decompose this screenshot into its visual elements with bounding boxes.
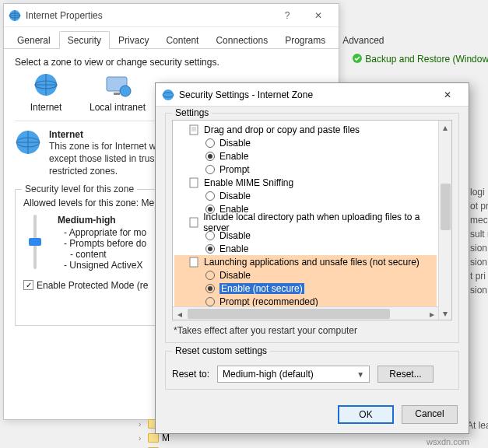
fieldset-legend: Settings: [172, 107, 212, 118]
folder-icon: [148, 433, 159, 443]
scroll-down-icon[interactable]: ▾: [439, 306, 451, 320]
tree-option[interactable]: Disable: [174, 268, 437, 282]
bg-fragment: sion: [470, 285, 487, 296]
security-settings-window: Security Settings - Internet Zone ✕ Sett…: [155, 82, 469, 434]
bg-fragment: At lea: [467, 420, 488, 431]
zone-instruction: Select a zone to view or change security…: [15, 57, 328, 68]
horizontal-scrollbar[interactable]: ◂ ▸: [173, 306, 438, 320]
level-bullet: Appropriate for mo: [64, 227, 146, 238]
tree-option[interactable]: Prompt: [174, 163, 437, 176]
radio-icon: [205, 165, 215, 174]
settings-tree: Drag and drop or copy and paste files Di…: [172, 120, 452, 320]
reset-button[interactable]: Reset...: [377, 366, 434, 383]
ss-titlebar[interactable]: Security Settings - Internet Zone ✕: [156, 83, 469, 107]
folder-item[interactable]: ›O: [139, 445, 193, 448]
svg-rect-15: [190, 257, 198, 267]
watermark: wsxdn.com: [427, 437, 469, 446]
radio-icon: [205, 284, 215, 293]
scrollbar-thumb[interactable]: [441, 184, 451, 230]
zone-label: Local intranet: [86, 102, 149, 113]
svg-point-10: [163, 89, 174, 100]
tab-connections[interactable]: Connections: [207, 31, 276, 49]
chevron-right-icon: ›: [139, 420, 145, 429]
zone-desc-line: except those listed in trus: [49, 152, 156, 165]
scroll-up-icon[interactable]: ▴: [439, 121, 451, 134]
bg-fragment: sion: [470, 243, 487, 254]
slider-thumb[interactable]: [29, 238, 41, 246]
scroll-left-icon[interactable]: ◂: [173, 307, 186, 320]
radio-icon: [205, 152, 215, 161]
globe-icon: [162, 89, 174, 101]
cancel-button[interactable]: Cancel: [402, 405, 458, 424]
chevron-down-icon: ▼: [356, 370, 364, 379]
tab-advanced[interactable]: Advanced: [334, 31, 392, 49]
tree-option[interactable]: Enable: [174, 242, 437, 255]
tab-programs[interactable]: Programs: [276, 31, 334, 49]
tree-group: Include local directory path when upload…: [174, 215, 437, 229]
tab-general[interactable]: General: [9, 31, 59, 49]
bg-fragment: sult r: [470, 229, 488, 240]
security-slider[interactable]: [23, 215, 47, 271]
zone-internet[interactable]: Internet: [15, 72, 77, 113]
tree-group: Drag and drop or copy and paste files: [174, 123, 437, 136]
fieldset-legend: Reset custom settings: [172, 345, 270, 356]
protected-mode-checkbox[interactable]: ✓: [23, 280, 33, 290]
bg-fragment: t pri: [470, 271, 486, 282]
scrollbar-thumb[interactable]: [188, 309, 390, 319]
radio-icon: [205, 271, 215, 280]
settings-fieldset: Settings Drag and drop or copy and paste…: [165, 113, 459, 343]
svg-rect-12: [190, 125, 198, 135]
close-button[interactable]: ✕: [303, 5, 334, 26]
radio-icon: [205, 231, 215, 240]
select-value: Medium-high (default): [223, 369, 314, 380]
bg-fragment: ot pr: [470, 201, 488, 212]
level-bullet: Prompts before do: [64, 238, 146, 249]
radio-icon: [205, 244, 215, 254]
ss-title: Security Settings - Internet Zone: [179, 89, 433, 100]
tree-option[interactable]: Disable: [174, 136, 437, 149]
zone-label: Internet: [15, 102, 77, 113]
radio-icon: [205, 138, 215, 148]
chevron-right-icon: ›: [139, 434, 145, 443]
monitor-globe-icon: [102, 72, 133, 100]
tab-content[interactable]: Content: [157, 31, 207, 49]
reset-to-select[interactable]: Medium-high (default) ▼: [217, 366, 370, 383]
tree-option[interactable]: Prompt (recommended): [174, 295, 437, 306]
globe-icon: [15, 129, 41, 156]
bg-fragment: logi: [470, 187, 485, 198]
level-bullet: Unsigned ActiveX: [64, 260, 146, 271]
ip-title: Internet Properties: [26, 10, 272, 21]
svg-rect-6: [114, 93, 120, 95]
tree-option-selected[interactable]: Enable (not secure): [174, 282, 437, 295]
ok-button[interactable]: OK: [338, 405, 394, 424]
globe-icon: [9, 9, 21, 22]
vertical-scrollbar[interactable]: ▴ ▾: [438, 121, 451, 320]
backup-restore-link[interactable]: Backup and Restore (Windows 7: [352, 53, 488, 65]
doc-icon: [188, 217, 200, 228]
zone-desc-line: restricted zones.: [49, 165, 156, 177]
tab-security[interactable]: Security: [59, 31, 110, 49]
bg-fragment: sion: [470, 257, 487, 268]
tree-option[interactable]: Disable: [174, 189, 437, 202]
scroll-right-icon[interactable]: ▸: [425, 307, 438, 320]
radio-icon: [205, 297, 215, 306]
bg-fragment: mec: [470, 215, 488, 226]
reset-to-label: Reset to:: [172, 369, 209, 380]
svg-rect-13: [190, 178, 198, 187]
level-name: Medium-high: [58, 215, 146, 226]
zone-name: Internet: [49, 129, 156, 140]
zone-local-intranet[interactable]: Local intranet: [86, 72, 149, 113]
ip-tabstrip: General Security Privacy Content Connect…: [4, 27, 339, 49]
tree-option[interactable]: Enable: [174, 149, 437, 163]
tree-group: Launching applications and unsafe files …: [174, 255, 437, 268]
ip-titlebar[interactable]: Internet Properties ? ✕: [4, 4, 339, 27]
doc-icon: [188, 177, 201, 188]
doc-icon: [188, 124, 201, 135]
zone-desc-line: This zone is for Internet w: [49, 140, 156, 152]
help-button[interactable]: ?: [272, 5, 303, 26]
close-button[interactable]: ✕: [433, 85, 462, 105]
restart-note: *Takes effect after you restart your com…: [174, 325, 452, 336]
reset-fieldset: Reset custom settings Reset to: Medium-h…: [165, 351, 459, 390]
tab-privacy[interactable]: Privacy: [110, 31, 157, 49]
protected-mode-label: Enable Protected Mode (re: [37, 280, 148, 291]
